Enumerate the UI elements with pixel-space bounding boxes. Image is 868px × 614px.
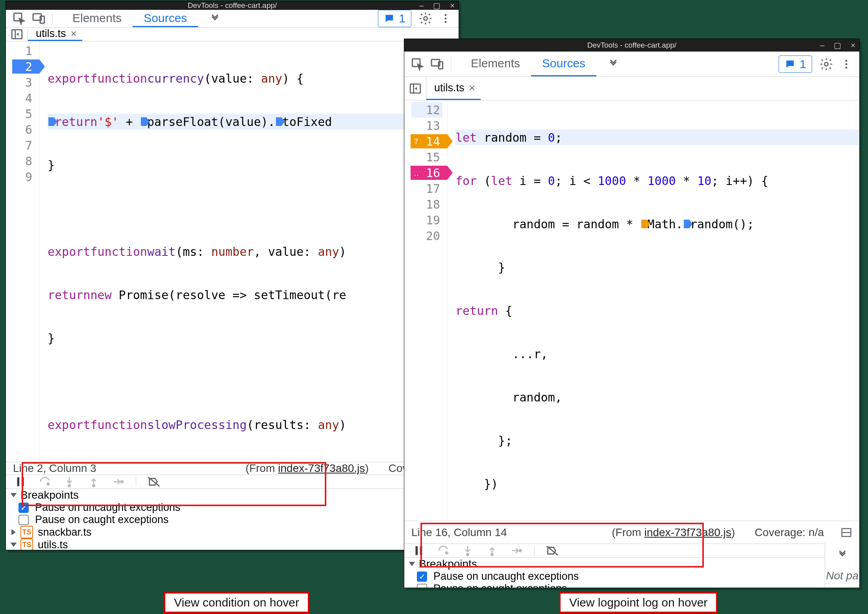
main-toolbar: Elements Sources 1 [6,10,459,28]
navigator-toggle-icon[interactable] [6,28,28,41]
pause-caught-row[interactable]: Pause on caught exceptions [6,514,459,526]
line-number[interactable]: 9 [25,170,32,184]
step-over-icon[interactable] [38,475,52,488]
line-number[interactable]: 12 [426,103,440,117]
file-name: utils.ts [38,539,68,551]
line-number[interactable]: 15 [426,150,440,164]
not-paused-label: Not pa [826,570,859,582]
checkbox-label: Pause on caught exceptions [35,514,168,526]
code-editor[interactable]: 12 13 ?14 15 ‥16 17 18 19 20 let random … [404,100,859,521]
step-into-icon[interactable] [63,475,76,488]
file-tab-utils[interactable]: utils.ts × [426,77,481,100]
settings-icon[interactable] [819,57,833,71]
line-number[interactable]: 18 [426,198,440,211]
close-button[interactable]: × [448,1,456,10]
checkbox[interactable] [417,571,427,582]
sourcemap-link[interactable]: index-73f73a80.js [278,462,365,474]
svg-point-19 [846,63,848,65]
maximize-button[interactable]: ▢ [832,41,843,50]
inspect-icon[interactable] [12,11,26,26]
step-over-icon[interactable] [437,544,450,557]
close-button[interactable]: × [849,41,857,50]
issues-badge[interactable]: 1 [378,10,411,27]
step-out-icon[interactable] [87,475,100,488]
pause-uncaught-row[interactable]: Pause on uncaught exceptions [6,501,459,514]
line-number[interactable]: 3 [25,76,32,89]
pause-icon[interactable] [412,544,426,557]
maximize-button[interactable]: ▢ [431,1,442,10]
line-number[interactable]: 4 [25,91,32,105]
breakpoints-header[interactable]: Breakpoints [404,557,825,570]
line-number[interactable]: 16 [426,166,440,180]
ts-file-icon: TS [20,526,33,538]
line-number[interactable]: 8 [25,154,32,168]
pause-uncaught-row[interactable]: Pause on uncaught exceptions [404,570,825,583]
pause-caught-row[interactable]: Pause on caught exceptions [404,583,825,588]
step-icon[interactable] [111,475,125,488]
minimize-button[interactable]: – [418,1,425,10]
step-out-icon[interactable] [485,544,499,557]
tab-sources[interactable]: Sources [531,52,596,76]
device-toggle-icon[interactable] [32,11,46,26]
deactivate-breakpoints-icon[interactable] [147,475,161,488]
svg-point-10 [47,483,50,485]
breakpoint-file-snackbar[interactable]: TS snackbar.ts [6,526,459,538]
checkbox[interactable] [19,515,29,525]
issues-badge[interactable]: 1 [779,55,812,73]
device-toggle-icon[interactable] [430,57,444,71]
disclosure-triangle-icon [11,493,17,497]
line-number[interactable]: 19 [426,213,440,227]
editor-status-bar: Line 16, Column 14 (From index-73f73a80.… [404,521,859,544]
titlebar[interactable]: DevTools - coffee-cart.app/ – ▢ × [404,39,859,52]
line-number[interactable]: 6 [25,123,32,137]
deactivate-breakpoints-icon[interactable] [546,544,559,557]
line-number[interactable]: 1 [25,44,32,58]
line-number[interactable]: 14 [426,135,440,148]
sourcemap-link[interactable]: index-73f73a80.js [644,526,731,538]
svg-point-12 [93,485,95,487]
step-icon[interactable] [510,544,523,557]
tabs-overflow[interactable] [596,52,630,76]
titlebar[interactable]: DevTools - coffee-cart.app/ – ▢ × [6,1,459,10]
devtools-window-left: DevTools - coffee-cart.app/ – ▢ × Elemen… [6,1,459,550]
menu-icon[interactable] [840,58,852,70]
checkbox[interactable] [417,584,427,588]
svg-point-4 [445,14,447,16]
line-number[interactable]: 17 [426,182,440,196]
checkbox-label: Pause on uncaught exceptions [35,501,180,514]
breakpoints-header[interactable]: Breakpoints [6,488,459,501]
checkbox[interactable] [19,503,29,513]
breakpoint-file-utils[interactable]: TS utils.ts [6,538,459,550]
panel-overflow-icon[interactable] [837,548,848,560]
file-tab-label: utils.ts [36,28,66,40]
navigator-toggle-icon[interactable] [404,77,426,100]
menu-icon[interactable] [440,13,452,24]
close-icon[interactable]: × [469,82,475,94]
tab-sources[interactable]: Sources [133,10,198,27]
svg-rect-9 [22,477,24,486]
coverage-toggle-icon[interactable] [840,527,852,538]
pause-icon[interactable] [14,475,27,488]
svg-point-25 [446,552,448,554]
line-number[interactable]: 20 [426,229,440,243]
disclosure-triangle-icon [409,562,415,566]
file-tab-label: utils.ts [434,82,465,94]
section-title: Breakpoints [20,489,79,501]
line-number[interactable]: 13 [426,119,440,133]
svg-point-17 [825,62,828,66]
line-number[interactable]: 2 [25,60,32,74]
disclosure-triangle-icon [11,543,17,547]
file-tab-bar: utils.ts × [404,77,859,100]
tab-elements[interactable]: Elements [61,10,133,27]
code-editor[interactable]: 1 2 3 4 5 6 7 8 9 export function curren… [6,41,459,462]
file-tab-utils[interactable]: utils.ts × [28,28,82,41]
step-into-icon[interactable] [461,544,474,557]
inspect-icon[interactable] [411,57,425,71]
tabs-overflow[interactable] [198,10,232,27]
minimize-button[interactable]: – [818,41,826,50]
settings-icon[interactable] [418,11,433,26]
tab-elements[interactable]: Elements [460,52,531,76]
close-icon[interactable]: × [71,28,77,40]
line-number[interactable]: 7 [25,139,32,152]
line-number[interactable]: 5 [25,107,32,121]
